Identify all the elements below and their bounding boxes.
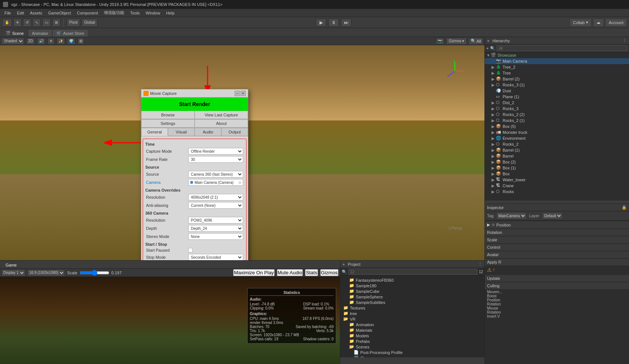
capture-mode-select[interactable]: Offline Render (188, 148, 243, 155)
hier-item-rocks[interactable]: ▶ ⬡ Rocks (485, 189, 629, 195)
source-select[interactable]: Camera 360 (fast Stereo) (188, 171, 243, 178)
inspector-update-section[interactable]: Update (485, 275, 629, 282)
hier-item-barrel[interactable]: ▶ 📦 Barrel (485, 153, 629, 159)
tag-select[interactable]: MainCamera (497, 212, 526, 219)
hier-item-box[interactable]: ▶ 📦 Box (485, 171, 629, 177)
hand-tool-btn[interactable]: ✋ (2, 19, 12, 27)
tab-asset-store[interactable]: 🛒 Asset Store (52, 29, 88, 37)
hier-item-crane[interactable]: ▶ 🏗 Crane (485, 183, 629, 189)
global-btn[interactable]: Global (82, 19, 97, 27)
menu-edit[interactable]: Edit (14, 10, 27, 16)
hier-item-dist2[interactable]: ▶ ⬡ Dist_2 (485, 100, 629, 106)
project-item-scenes[interactable]: 📂 Scenes (342, 344, 483, 350)
hier-item-barrel1[interactable]: ▶ 📦 Barrel (1) (485, 147, 629, 153)
pivot-btn[interactable]: Pivot (67, 19, 80, 27)
hier-item-plane1[interactable]: ▭ Plane (1) (485, 94, 629, 100)
tab-game[interactable]: Game (1, 261, 21, 268)
scale-tool-btn[interactable]: ⤡ (33, 19, 41, 27)
tab-audio[interactable]: Audio (195, 128, 221, 136)
hier-item-rocks3[interactable]: ▶ ⬡ Rocks_3 (485, 106, 629, 112)
stats-btn[interactable]: Stats (305, 269, 318, 276)
audio-btn[interactable]: 🔊 (37, 38, 45, 44)
resolution-select[interactable]: 4096x2048 (2:1) (188, 194, 243, 201)
shading-dropdown[interactable]: Shaded (1, 38, 24, 44)
project-item-prefabs[interactable]: 📁 Prefabs (342, 338, 483, 344)
project-plus-btn[interactable]: + (342, 262, 345, 267)
project-item-showcase[interactable]: 🎬 Showcase (342, 355, 483, 357)
tab-general[interactable]: General (141, 128, 168, 136)
project-item-textures[interactable]: 📁 Textures (342, 305, 483, 311)
collab-btn[interactable]: Collab ▾ (570, 19, 592, 27)
hierarchy-search-input[interactable] (497, 45, 628, 51)
inspector-culling-section[interactable]: Culling (485, 282, 629, 289)
step-btn[interactable]: ⏭ (341, 19, 351, 27)
hierarchy-plus-btn[interactable]: + (487, 39, 489, 43)
360-resolution-select[interactable]: POW2_4096 (188, 217, 243, 224)
tab-scene[interactable]: 🎬 Scene (1, 29, 28, 37)
hier-item-barrel2[interactable]: ▶ 📦 Barrel (2) (485, 76, 629, 82)
hier-item-dust[interactable]: 💨 Dust (485, 88, 629, 94)
maximize-on-play-btn[interactable]: Maximize On Play (233, 269, 274, 276)
inspector-control-section[interactable]: Control (485, 244, 629, 251)
play-btn[interactable]: ▶ (316, 19, 326, 27)
start-render-btn[interactable]: Start Render (141, 97, 248, 111)
browse-btn[interactable]: Browse (141, 111, 195, 119)
pause-btn[interactable]: ⏸ (328, 19, 339, 27)
lock-icon[interactable]: 🔒 (622, 205, 627, 210)
game-gizmos-btn[interactable]: Gizmos (320, 269, 338, 276)
project-item-materials[interactable]: 📁 Materials (342, 327, 483, 333)
tab-animator[interactable]: Animator (28, 29, 52, 37)
project-item-samplecube[interactable]: 📁 SampleCube (342, 288, 483, 294)
project-item-postprocessing[interactable]: 📄 Post-Processing Profile (342, 350, 483, 355)
mute-audio-btn[interactable]: Mute Audio (277, 269, 303, 276)
inspector-avatar-section[interactable]: Avatar (485, 251, 629, 258)
game-canvas[interactable]: Statistics Audio: Level: -74.8 dB Clippi… (0, 277, 340, 364)
view-last-capture-btn[interactable]: View Last Capture (195, 111, 248, 119)
cloud-btn[interactable]: ☁ (593, 19, 604, 27)
hierarchy-menu-btn[interactable]: ⋮ (623, 38, 627, 43)
project-item-samplesubtitles[interactable]: 📁 SampleSubtitles (342, 300, 483, 305)
fx-btn[interactable]: ✨ (57, 38, 65, 44)
hier-item-maincam[interactable]: 📷 Main Camera (485, 58, 629, 64)
project-item-vr[interactable]: 📂 VR (342, 316, 483, 322)
camera-field[interactable]: Main Camera (Camera) ⊙ (188, 179, 243, 186)
hier-item-box5[interactable]: ▶ 📦 Box (5) (485, 123, 629, 129)
menu-component[interactable]: Component (74, 10, 101, 16)
hier-item-rocks22[interactable]: ▶ ⬡ Rocks_2 (2) (485, 112, 629, 118)
hier-item-monstertruck[interactable]: ▶ 🚛 Monster truck (485, 129, 629, 135)
menu-file[interactable]: File (1, 10, 14, 16)
project-item-samplesphere[interactable]: 📁 SampleSphere (342, 294, 483, 300)
start-paused-checkbox[interactable] (188, 248, 193, 252)
project-item-fantasystereo[interactable]: 📁 FantasystereoFB360 (342, 277, 483, 283)
hier-item-rocks2[interactable]: ▶ ⬡ Rocks_2 (485, 141, 629, 147)
depth-select[interactable]: Depth_24 (188, 225, 243, 232)
hier-item-tree2[interactable]: ▶ 🌲 Tree_2 (485, 64, 629, 70)
layer-select[interactable]: Default (542, 212, 562, 219)
dialog-minimize-btn[interactable]: ─ (235, 91, 240, 96)
menu-window[interactable]: Window (143, 10, 163, 16)
grid-btn[interactable]: ⊞ (77, 38, 84, 44)
hier-item-watertower[interactable]: ▶ 🏗 Water_tower (485, 177, 629, 183)
anti-aliasing-select[interactable]: Current (None) (188, 202, 243, 209)
2d-btn[interactable]: 2D (26, 38, 35, 44)
project-search-input[interactable] (348, 269, 477, 275)
stereo-mode-select[interactable]: None (188, 233, 243, 240)
hier-item-tree[interactable]: ▶ 🌲 Tree (485, 70, 629, 76)
move-tool-btn[interactable]: ✛ (13, 19, 21, 27)
light-btn[interactable]: ☀ (47, 38, 54, 44)
transform-tool-btn[interactable]: ⊞ (52, 19, 60, 27)
menu-enhanced[interactable]: 增强版功能 (101, 9, 127, 16)
settings-btn[interactable]: Settings (141, 119, 195, 128)
project-item-animation[interactable]: 📁 Animation (342, 322, 483, 327)
hier-item-rocks31[interactable]: ▶ ⬡ Rocks_3 (1) (485, 82, 629, 88)
account-btn[interactable]: Account (605, 19, 627, 27)
inspector-transform-section[interactable]: ▶ ⊹ Position (485, 221, 629, 228)
about-btn[interactable]: About (195, 119, 248, 128)
menu-assets[interactable]: Assets (27, 10, 45, 16)
rotate-tool-btn[interactable]: ↺ (23, 19, 31, 27)
project-item-tree[interactable]: 📁 tree (342, 311, 483, 316)
project-item-sample180[interactable]: 📁 Sample180 (342, 283, 483, 288)
project-item-models[interactable]: 📁 Models (342, 333, 483, 338)
hier-item-rocks21[interactable]: ▶ ⬡ Rocks_2 (1) (485, 118, 629, 123)
camera-icon-btn[interactable]: 📷 (436, 38, 444, 44)
